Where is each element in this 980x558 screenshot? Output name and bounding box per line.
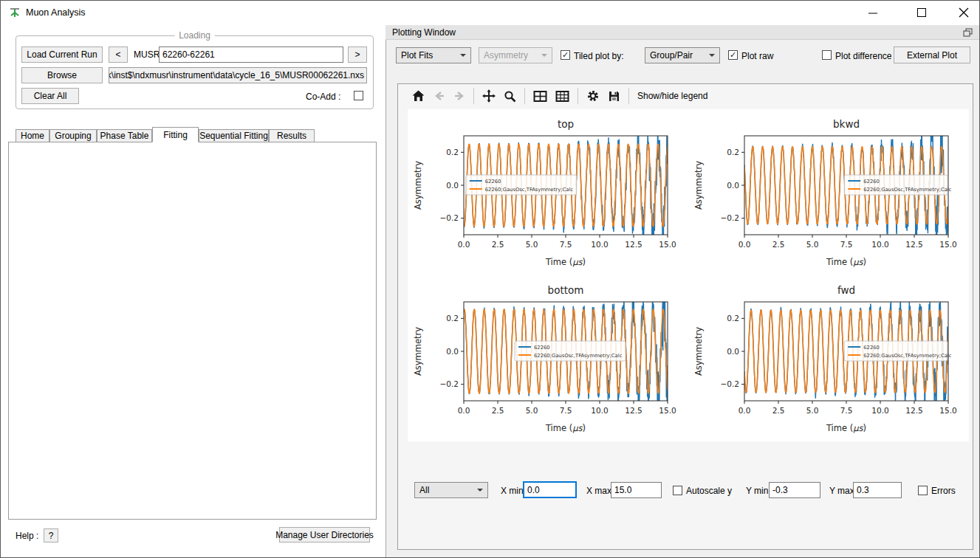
toolbar-separator	[524, 88, 525, 104]
svg-text:10.0: 10.0	[871, 406, 888, 415]
subplot-bottom[interactable]: bottomAsymmetryTime (μs)0.02.55.07.510.0…	[408, 275, 688, 441]
plot-toolbar: Show/hide legend	[411, 86, 707, 106]
external-plot-button[interactable]: External Plot	[894, 46, 970, 63]
svg-text:−0.2: −0.2	[440, 379, 459, 388]
svg-text:7.5: 7.5	[840, 240, 853, 249]
svg-text:5.0: 5.0	[526, 240, 538, 249]
y-axis-label: Asymmetry	[413, 161, 423, 210]
svg-text:−0.2: −0.2	[721, 379, 740, 388]
subplot-top[interactable]: topAsymmetryTime (μs)0.02.55.07.510.012.…	[408, 109, 688, 275]
browse-button[interactable]: Browse	[21, 67, 103, 83]
pan-icon[interactable]	[482, 89, 496, 103]
float-dock-icon[interactable]	[963, 28, 973, 37]
svg-text:0.0: 0.0	[727, 347, 739, 356]
subplot-config-icon[interactable]	[555, 90, 569, 103]
errors-checkbox[interactable]	[918, 486, 928, 495]
plot-raw-label: Plot raw	[741, 51, 773, 61]
svg-text:−0.2: −0.2	[440, 213, 459, 222]
svg-text:5.0: 5.0	[806, 406, 819, 415]
svg-text:15.0: 15.0	[659, 406, 676, 415]
settings-gear-icon[interactable]	[586, 89, 600, 103]
manage-user-directories-button[interactable]: Manage User Directories	[279, 527, 370, 542]
save-icon[interactable]	[608, 90, 620, 103]
subplot-title: top	[558, 118, 574, 130]
plot-type-select[interactable]: Plot Fits	[396, 47, 471, 63]
file-path-text: is.cclrc.ac.uk\inst$\ndxmusr\instrument\…	[109, 70, 364, 80]
file-path-field[interactable]: is.cclrc.ac.uk\inst$\ndxmusr\instrument\…	[109, 67, 367, 83]
y-max-label: Y max	[829, 486, 854, 496]
plot-raw-checkbox[interactable]: ✓	[728, 50, 738, 60]
tab-grouping[interactable]: Grouping	[49, 129, 97, 142]
svg-text:2.5: 2.5	[492, 406, 504, 415]
next-run-button[interactable]: >	[348, 46, 367, 63]
svg-text:15.0: 15.0	[939, 240, 956, 249]
y-min-input[interactable]	[769, 482, 820, 498]
clear-all-button[interactable]: Clear All	[21, 88, 79, 104]
co-add-label: Co-Add :	[306, 92, 340, 102]
figure-canvas[interactable]: topAsymmetryTime (μs)0.02.55.07.510.012.…	[408, 109, 969, 441]
plot-scope-select[interactable]: All	[414, 482, 488, 498]
minimize-icon	[868, 7, 878, 18]
close-button[interactable]	[947, 1, 980, 24]
subplot-fwd[interactable]: fwdAsymmetryTime (μs)0.02.55.07.510.012.…	[688, 275, 969, 441]
plot-difference-label: Plot difference	[835, 51, 892, 61]
tab-results[interactable]: Results	[269, 129, 315, 142]
x-max-input[interactable]	[611, 482, 662, 498]
svg-text:7.5: 7.5	[560, 240, 572, 249]
svg-text:62260;GausOsc,TFAsymmetry;Calc: 62260;GausOsc,TFAsymmetry;Calc	[534, 353, 623, 359]
co-add-checkbox[interactable]	[354, 91, 363, 100]
toolbar-separator	[578, 88, 578, 104]
tab-home[interactable]: Home	[16, 129, 49, 142]
toolbar-separator	[628, 88, 629, 104]
tile-grid-icon[interactable]	[533, 90, 547, 103]
fitting-tab-panel	[8, 142, 377, 520]
svg-text:0.0: 0.0	[446, 347, 459, 356]
previous-run-button[interactable]: <	[109, 46, 128, 63]
svg-text:62260: 62260	[863, 345, 880, 351]
svg-text:62260: 62260	[485, 179, 501, 185]
svg-text:12.5: 12.5	[625, 240, 642, 249]
svg-text:0.2: 0.2	[727, 148, 739, 156]
run-number-input[interactable]	[159, 46, 343, 63]
svg-text:0.0: 0.0	[739, 240, 751, 249]
svg-text:12.5: 12.5	[905, 406, 922, 415]
svg-text:62260: 62260	[863, 179, 880, 185]
tiled-by-value: Group/Pair	[650, 50, 693, 61]
minimize-button[interactable]	[856, 1, 890, 24]
autoscale-y-checkbox[interactable]	[673, 486, 682, 495]
x-min-input[interactable]	[523, 481, 577, 498]
forward-icon[interactable]	[453, 90, 465, 102]
svg-text:0.0: 0.0	[727, 181, 739, 190]
close-icon	[959, 7, 969, 18]
tiled-by-select[interactable]: Group/Pair	[645, 47, 720, 63]
tab-fitting[interactable]: Fitting	[152, 127, 199, 142]
x-max-label: X max	[586, 486, 611, 496]
svg-text:2.5: 2.5	[492, 240, 504, 249]
help-button[interactable]: ?	[44, 528, 58, 542]
muon-analysis-window: Muon Analysis Loading Load Current Run <…	[0, 0, 980, 558]
svg-text:62260: 62260	[534, 345, 550, 351]
tiled-plot-checkbox[interactable]: ✓	[561, 50, 570, 60]
plot-legend: 6226062260;GausOsc,TFAsymmetry;Calc	[466, 175, 577, 195]
plot-difference-checkbox[interactable]	[822, 50, 832, 60]
plot-type-value: Plot Fits	[401, 50, 433, 61]
subplot-bkwd[interactable]: bkwdAsymmetryTime (μs)0.02.55.07.510.012…	[688, 109, 969, 275]
window-titlebar: Muon Analysis	[1, 1, 979, 24]
back-icon[interactable]	[434, 90, 445, 102]
tab-sequential-fitting[interactable]: Sequential Fitting	[199, 129, 269, 142]
plot-quantity-value: Asymmetry	[484, 50, 528, 61]
window-title: Muon Analysis	[26, 7, 86, 18]
maximize-button[interactable]	[905, 1, 939, 24]
y-max-input[interactable]	[853, 482, 902, 498]
svg-text:62260;GausOsc,TFAsymmetry;Calc: 62260;GausOsc,TFAsymmetry;Calc	[863, 353, 952, 359]
load-current-run-button[interactable]: Load Current Run	[21, 46, 103, 63]
x-axis-label: Time (μs)	[826, 257, 866, 267]
zoom-icon[interactable]	[504, 90, 516, 103]
tab-phase-table[interactable]: Phase Table	[97, 129, 152, 142]
plot-legend: 6226062260;GausOsc,TFAsymmetry;Calc	[844, 341, 952, 361]
home-icon[interactable]	[411, 89, 425, 103]
loading-group-label: Loading	[174, 30, 215, 41]
svg-text:0.2: 0.2	[727, 314, 739, 323]
svg-text:−0.2: −0.2	[721, 213, 740, 222]
show-hide-legend-button[interactable]: Show/hide legend	[637, 91, 707, 101]
